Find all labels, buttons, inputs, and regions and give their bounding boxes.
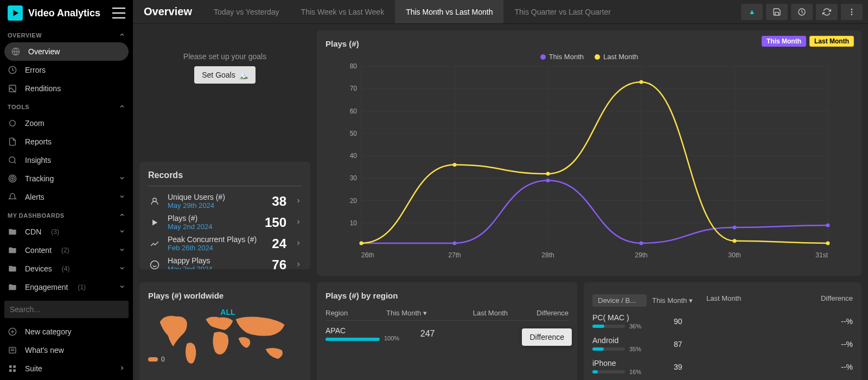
search-input[interactable]	[4, 301, 129, 318]
toolbar: ▲	[736, 4, 868, 20]
grid-icon	[8, 364, 17, 373]
search-icon	[8, 155, 17, 165]
map-legend-swatch	[148, 357, 158, 362]
th-region[interactable]: Region	[326, 309, 386, 317]
badge-this-month[interactable]: This Month	[762, 36, 806, 47]
record-row[interactable]: Happy Plays May 2nd 2024 76	[148, 254, 302, 269]
svg-text:31st: 31st	[815, 251, 828, 259]
chevron-down-icon	[119, 193, 125, 201]
map-all-label: ALL	[220, 308, 235, 316]
table-row[interactable]: iPhone 16% 39 --%	[592, 356, 853, 378]
sidebar-item-suite[interactable]: Suite	[0, 359, 133, 378]
sidebar-item-tracking[interactable]: Tracking	[0, 169, 133, 188]
globe-icon	[11, 47, 21, 56]
sidebar-item-content[interactable]: Content (2)	[0, 241, 133, 259]
sidebar-item-reports[interactable]: Reports	[0, 132, 133, 151]
badge-last-month[interactable]: Last Month	[809, 36, 854, 47]
th-dev-difference[interactable]: Difference	[766, 294, 853, 307]
goals-prompt: Please set up your goals	[183, 52, 266, 61]
sidebar-item-insights[interactable]: Insights	[0, 151, 133, 169]
folder-icon	[8, 282, 17, 292]
legend-dot-yellow	[595, 54, 600, 60]
svg-point-68	[826, 241, 830, 245]
section-header[interactable]: MY DASHBOARDS	[0, 206, 133, 223]
sidebar-item-errors[interactable]: Errors	[0, 61, 133, 79]
td-region: APAC 100%	[326, 326, 399, 341]
record-info: Unique Users (#) May 29th 2024	[168, 193, 265, 210]
nav-label: Reports	[25, 137, 52, 146]
tab-this-quarter-vs-last-quarter[interactable]: This Quarter vs Last Quarter	[503, 0, 621, 23]
sidebar-item-renditions[interactable]: Renditions	[0, 79, 133, 98]
world-map[interactable]: ALL 0	[148, 306, 302, 376]
svg-point-21	[851, 9, 853, 10]
section-header[interactable]: TOOLS	[0, 98, 133, 114]
sidebar-header: Video Analytics	[0, 0, 133, 26]
record-value: 76	[272, 257, 286, 270]
sidebar-item-alerts[interactable]: Alerts	[0, 188, 133, 206]
th-dev-this-month[interactable]: This Month ▾	[647, 294, 706, 307]
sidebar-item-what-s-new[interactable]: What's new	[0, 341, 133, 359]
map-legend-value: 0	[161, 356, 165, 363]
th-difference[interactable]: Difference	[508, 309, 569, 317]
chevron-up-icon	[119, 212, 125, 219]
region-panel: Plays (#) by region Region This Month ▾ …	[317, 282, 577, 380]
history-button[interactable]	[791, 4, 813, 20]
clock-icon	[8, 65, 17, 75]
th-device[interactable]: Device / B...	[592, 294, 647, 307]
record-row[interactable]: Peak Concurrent Plays (#) Feb 26th 2024 …	[148, 233, 302, 254]
svg-line-6	[14, 162, 16, 163]
nav-label: Zoom	[25, 119, 44, 128]
left-column: Please set up your goals Set Goals 🏔️ Re…	[139, 30, 310, 269]
table-row[interactable]: PC( MAC ) 36% 90 --%	[592, 310, 853, 333]
svg-rect-18	[9, 369, 12, 372]
table-row[interactable]: Android 35% 87 --%	[592, 333, 853, 356]
content: Please set up your goals Set Goals 🏔️ Re…	[133, 24, 868, 380]
sidebar-item-cdn[interactable]: CDN (3)	[0, 223, 133, 241]
hamburger-icon[interactable]	[112, 8, 125, 18]
mountain-icon: 🏔️	[239, 71, 248, 79]
chevron-right-icon	[295, 197, 302, 206]
svg-point-64	[453, 163, 457, 167]
record-value: 38	[272, 194, 286, 209]
record-row[interactable]: Unique Users (#) May 29th 2024 38	[148, 191, 302, 212]
svg-point-60	[640, 241, 643, 245]
svg-text:80: 80	[350, 62, 358, 70]
th-this-month[interactable]: This Month ▾	[386, 309, 447, 317]
set-goals-button[interactable]: Set Goals 🏔️	[194, 66, 255, 84]
set-goals-label: Set Goals	[202, 71, 235, 79]
save-button[interactable]	[766, 4, 788, 20]
tab-this-week-vs-last-week[interactable]: This Week vs Last Week	[290, 0, 395, 23]
sidebar-item-overview[interactable]: Overview	[4, 42, 129, 61]
sort-down-icon: ▾	[423, 309, 427, 317]
record-label: Unique Users (#)	[168, 193, 265, 201]
device-table-header: Device / B... This Month ▾ Last Month Di…	[592, 291, 853, 310]
tab-this-month-vs-last-month[interactable]: This Month vs Last Month	[395, 0, 503, 23]
region-title: Plays (#) by region	[326, 291, 569, 300]
record-label: Happy Plays	[168, 256, 265, 265]
prism-button[interactable]: ▲	[741, 4, 763, 20]
record-value: 24	[272, 236, 286, 251]
sidebar-item-engagement[interactable]: Engagement (1)	[0, 278, 133, 296]
svg-text:20: 20	[350, 197, 358, 205]
th-last-month[interactable]: Last Month	[447, 309, 508, 317]
sidebar-item-new-category[interactable]: New category	[0, 322, 133, 341]
svg-rect-19	[13, 369, 16, 372]
sidebar-item-zoom[interactable]: Zoom	[0, 114, 133, 132]
sidebar-item-backlightdev[interactable]: backlightdev	[0, 378, 133, 380]
nav-label: Renditions	[25, 84, 61, 93]
svg-text:60: 60	[350, 107, 358, 115]
section-header[interactable]: OVERVIEW	[0, 26, 133, 42]
folder-icon	[8, 227, 17, 237]
map-legend: 0	[148, 356, 165, 363]
sidebar-item-devices[interactable]: Devices (4)	[0, 259, 133, 278]
refresh-button[interactable]	[816, 4, 838, 20]
svg-point-65	[546, 172, 550, 176]
record-row[interactable]: Plays (#) May 2nd 2024 150	[148, 212, 302, 233]
more-button[interactable]	[841, 4, 863, 20]
folder-icon	[8, 245, 17, 255]
tab-today-vs-yesterday[interactable]: Today vs Yesterday	[203, 0, 290, 23]
svg-point-4	[10, 121, 16, 126]
record-date: May 2nd 2024	[168, 223, 258, 231]
th-dev-last-month[interactable]: Last Month	[706, 294, 766, 307]
svg-point-66	[640, 80, 643, 84]
